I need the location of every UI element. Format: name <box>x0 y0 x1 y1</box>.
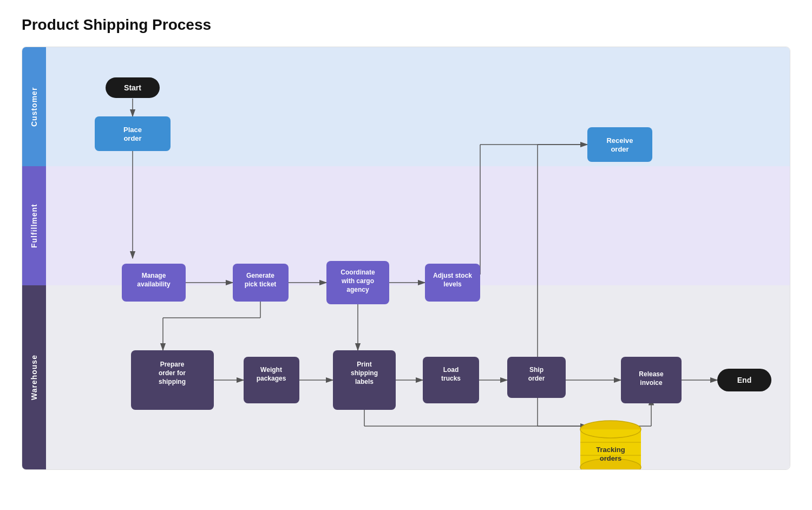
diagram-content: Start Place order Receive order Manage a… <box>46 47 790 469</box>
coordinate-cargo-node[interactable]: Coordinate <box>340 269 375 276</box>
svg-rect-31 <box>95 116 171 151</box>
svg-text:levels: levels <box>443 280 462 288</box>
svg-text:orders: orders <box>600 454 621 462</box>
svg-text:packages: packages <box>257 375 286 382</box>
adjust-stock-node[interactable]: Adjust stock <box>433 272 472 279</box>
svg-text:order: order <box>123 134 141 142</box>
svg-text:order: order <box>611 145 628 153</box>
svg-text:invoice: invoice <box>640 379 663 387</box>
fulfillment-label: Fulfillment <box>22 166 46 285</box>
warehouse-label: Warehouse <box>22 285 46 469</box>
manage-availability-node[interactable]: Manage <box>142 272 166 279</box>
release-invoice-node[interactable]: Release <box>639 370 664 378</box>
tracking-orders-node: Tracking <box>596 446 625 454</box>
svg-text:agency: agency <box>346 286 369 293</box>
load-trucks-node[interactable]: Load <box>443 366 459 374</box>
svg-text:availability: availability <box>137 280 171 288</box>
generate-pick-ticket-node[interactable]: Generate <box>246 272 274 279</box>
svg-text:shipping: shipping <box>351 369 378 377</box>
svg-text:labels: labels <box>355 378 374 385</box>
svg-text:pick ticket: pick ticket <box>245 280 277 288</box>
svg-text:shipping: shipping <box>159 378 186 385</box>
place-order-node[interactable]: Place <box>123 126 142 134</box>
svg-text:order for: order for <box>159 369 186 377</box>
customer-label: Customer <box>22 47 46 166</box>
ship-order-node[interactable]: Ship <box>529 366 543 374</box>
print-labels-node[interactable]: Print <box>357 361 371 368</box>
svg-rect-33 <box>587 127 652 162</box>
end-node: End <box>737 376 751 384</box>
flow-diagram-svg: Start Place order Receive order Manage a… <box>46 47 790 469</box>
svg-text:with cargo: with cargo <box>341 277 374 285</box>
diagram-container: Customer Fulfillment Warehouse <box>22 47 790 470</box>
prepare-order-node[interactable]: Prepare <box>160 361 185 368</box>
svg-text:order: order <box>528 375 545 382</box>
start-node: Start <box>124 83 141 92</box>
receive-order-node[interactable]: Receive <box>606 136 633 145</box>
page-title: Product Shipping Process <box>22 16 790 34</box>
lane-labels: Customer Fulfillment Warehouse <box>22 47 46 469</box>
svg-text:trucks: trucks <box>441 375 461 382</box>
weight-packages-node[interactable]: Weight <box>260 366 282 374</box>
